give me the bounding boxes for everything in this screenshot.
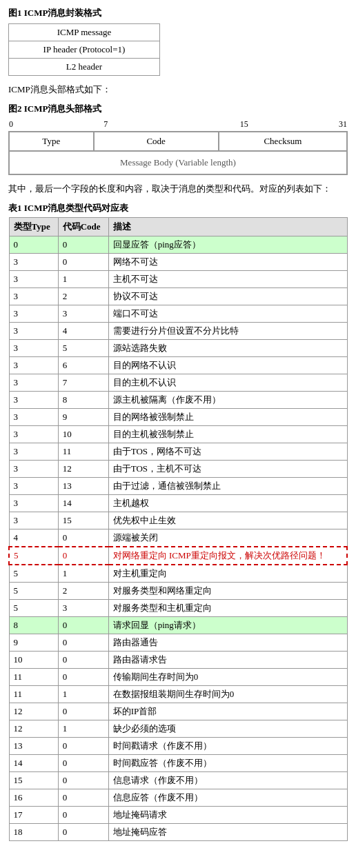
cell-desc: 回显应答（ping应答） <box>108 236 347 253</box>
cell-desc: 目的主机不认识 <box>108 374 347 391</box>
field-code: Code <box>94 132 219 151</box>
field-checksum: Checksum <box>219 132 347 151</box>
cell-type: 3 <box>9 494 58 512</box>
cell-code: 9 <box>58 408 108 425</box>
table-row: 30网络不可达 <box>9 253 347 270</box>
cell-type: 0 <box>9 236 58 253</box>
cell-code: 0 <box>58 236 108 253</box>
cell-type: 14 <box>9 754 58 771</box>
table-row: 50对网络重定向 ICMP重定向报文，解决次优路径问题！ <box>9 547 347 565</box>
cell-code: 7 <box>58 374 108 391</box>
table-row: 130时间戳请求（作废不用） <box>9 737 347 754</box>
table-row: 36目的网络不认识 <box>9 356 347 374</box>
cell-desc: 目的网络不认识 <box>108 356 347 374</box>
cell-code: 5 <box>58 339 108 356</box>
cell-code: 0 <box>58 529 108 547</box>
cell-code: 0 <box>58 806 108 823</box>
cell-desc: 地址掩码请求 <box>108 806 347 823</box>
cell-code: 10 <box>58 425 108 443</box>
cell-type: 12 <box>9 703 58 720</box>
table-row: 180地址掩码应答 <box>9 823 347 840</box>
cell-code: 1 <box>58 685 108 703</box>
cell-type: 17 <box>9 806 58 823</box>
cell-code: 3 <box>58 305 108 322</box>
cell-code: 0 <box>58 634 108 651</box>
table-row: 40源端被关闭 <box>9 529 347 547</box>
cell-desc: 由于TOS，网络不可达 <box>108 443 347 460</box>
cell-type: 3 <box>9 460 58 477</box>
message-body: Message Body (Variable length) <box>9 151 347 174</box>
encap-layer: L2 header <box>9 59 160 76</box>
para1-text: ICMP消息头部格式如下： <box>8 83 348 97</box>
cell-code: 4 <box>58 322 108 339</box>
table-row: 313由于过滤，通信被强制禁止 <box>9 477 347 494</box>
table-header-0: 类型Type <box>9 217 58 236</box>
cell-desc: 源主机被隔离（作废不用） <box>108 391 347 408</box>
table-row: 80请求回显（ping请求） <box>9 616 347 634</box>
cell-code: 1 <box>58 270 108 287</box>
cell-desc: 在数据报组装期间生存时间为0 <box>108 685 347 703</box>
table-row: 39目的网络被强制禁止 <box>9 408 347 425</box>
fig1-title: 图1 ICMP消息封装格式 <box>8 7 348 19</box>
fig2-title: 图2 ICMP消息头部格式 <box>8 103 348 115</box>
cell-type: 9 <box>9 634 58 651</box>
cell-code: 0 <box>58 771 108 789</box>
cell-desc: 对网络重定向 ICMP重定向报文，解决次优路径问题！ <box>108 547 347 565</box>
cell-code: 15 <box>58 512 108 529</box>
table-row: 311由于TOS，网络不可达 <box>9 443 347 460</box>
cell-type: 3 <box>9 408 58 425</box>
cell-type: 3 <box>9 305 58 322</box>
table-title: 表1 ICMP消息类型代码对应表 <box>8 202 348 214</box>
cell-desc: 主机不可达 <box>108 270 347 287</box>
table-row: 100路由器请求告 <box>9 651 347 668</box>
cell-desc: 时间戳应答（作废不用） <box>108 754 347 771</box>
table-row: 38源主机被隔离（作废不用） <box>9 391 347 408</box>
table-row: 120坏的IP首部 <box>9 703 347 720</box>
cell-code: 13 <box>58 477 108 494</box>
cell-type: 18 <box>9 823 58 840</box>
cell-code: 0 <box>58 547 108 565</box>
cell-desc: 目的网络被强制禁止 <box>108 408 347 425</box>
cell-desc: 主机越权 <box>108 494 347 512</box>
table-row: 37目的主机不认识 <box>9 374 347 391</box>
encap-layer: ICMP message <box>9 24 160 41</box>
cell-desc: 网络不可达 <box>108 253 347 270</box>
cell-desc: 地址掩码应答 <box>108 823 347 840</box>
encap-table: ICMP messageIP header (Protocol=1)L2 hea… <box>8 23 160 76</box>
hf-fields: Type Code Checksum <box>9 132 347 151</box>
cell-code: 0 <box>58 789 108 806</box>
cell-type: 13 <box>9 737 58 754</box>
cell-desc: 端口不可达 <box>108 305 347 322</box>
cell-desc: 需要进行分片但设置不分片比特 <box>108 322 347 339</box>
cell-type: 11 <box>9 668 58 685</box>
cell-desc: 路由器请求告 <box>108 651 347 668</box>
cell-desc: 由于TOS，主机不可达 <box>108 460 347 477</box>
cell-desc: 优先权中止生效 <box>108 512 347 529</box>
table-row: 110传输期间生存时间为0 <box>9 668 347 685</box>
table-row: 31主机不可达 <box>9 270 347 287</box>
table-header-2: 描述 <box>108 217 347 236</box>
cell-desc: 源端被关闭 <box>108 529 347 547</box>
icmp-table: 类型Type代码Code描述 00回显应答（ping应答）30网络不可达31主机… <box>8 217 348 841</box>
cell-type: 3 <box>9 270 58 287</box>
cell-code: 0 <box>58 651 108 668</box>
cell-type: 3 <box>9 425 58 443</box>
cell-type: 3 <box>9 391 58 408</box>
cell-desc: 协议不可达 <box>108 287 347 305</box>
cell-type: 4 <box>9 529 58 547</box>
cell-desc: 传输期间生存时间为0 <box>108 668 347 685</box>
table-header-1: 代码Code <box>58 217 108 236</box>
cell-type: 16 <box>9 789 58 806</box>
table-row: 310目的主机被强制禁止 <box>9 425 347 443</box>
cell-desc: 信息应答（作废不用） <box>108 789 347 806</box>
table-row: 121缺少必须的选项 <box>9 720 347 737</box>
cell-code: 0 <box>58 253 108 270</box>
table-row: 140时间戳应答（作废不用） <box>9 754 347 771</box>
cell-desc: 对主机重定向 <box>108 565 347 583</box>
cell-code: 0 <box>58 754 108 771</box>
cell-type: 3 <box>9 512 58 529</box>
header-format-outer: Type Code Checksum Message Body (Variabl… <box>8 131 348 175</box>
cell-type: 3 <box>9 253 58 270</box>
cell-type: 8 <box>9 616 58 634</box>
cell-code: 6 <box>58 356 108 374</box>
